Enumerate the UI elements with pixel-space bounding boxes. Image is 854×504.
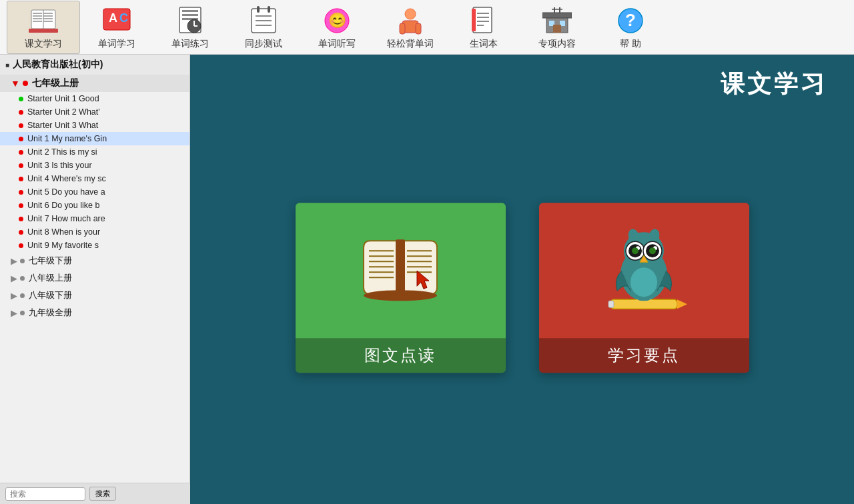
svg-rect-49 [396,239,405,295]
bangzhu-icon: ? [614,5,647,37]
svg-rect-43 [553,25,561,33]
content-title: 课文学习 [721,68,827,101]
card-tuwendiandu[interactable]: 图文点读 [296,203,506,373]
svg-rect-10 [29,29,58,33]
card-tuwendiandu-image [296,203,506,338]
shengciben-icon [468,5,500,37]
card-xuexiyaodian-image [539,203,749,338]
svg-rect-37 [477,21,489,22]
danci-lianxi-icon [174,5,206,37]
svg-rect-38 [477,25,484,26]
svg-rect-6 [43,15,53,17]
danci-lianxi-label: 单词练习 [171,38,209,50]
svg-rect-32 [416,23,421,34]
unit-9[interactable]: Unit 9 My favorite s [0,239,189,252]
svg-rect-34 [472,9,476,31]
svg-rect-40 [542,13,572,18]
svg-rect-8 [43,21,53,22]
danci-tingsie-icon: 😊 [321,5,353,37]
svg-rect-33 [473,7,492,33]
main-area: 人民教育出版社(初中) ▼ 七年级上册 Starter Unit 1 Good … [0,55,854,504]
bangzhu-label: 帮 助 [620,38,641,50]
toolbar-item-tongbu-ceshi[interactable]: 同步测试 [227,1,300,53]
svg-point-76 [632,247,638,254]
svg-rect-65 [608,301,614,307]
unit-6[interactable]: Unit 6 Do you like b [0,199,189,212]
toolbar-item-bangzhu[interactable]: ? 帮 助 [594,1,667,53]
sidebar-publisher: 人民教育出版社(初中) [0,55,189,75]
svg-point-29 [405,9,416,19]
content-area: 课文学习 [190,55,854,504]
svg-point-79 [630,267,657,297]
toolbar-item-kewenxuexi[interactable]: 课文学习 [7,1,80,54]
qingsong-bei-label: 轻松背单词 [387,38,434,50]
qingsong-bei-icon [394,5,426,37]
svg-rect-36 [477,17,489,18]
svg-text:C: C [119,11,128,25]
sidebar: 人民教育出版社(初中) ▼ 七年级上册 Starter Unit 1 Good … [0,55,190,504]
kewenxuexi-icon [27,5,59,37]
svg-rect-35 [477,13,489,14]
svg-rect-7 [43,18,53,19]
dancixuexi-label: 单词学习 [98,38,135,50]
cards-container: 图文点读 [296,203,749,373]
zhuanxiang-icon [541,5,573,37]
sidebar-grade-banianji-xia[interactable]: ▶ 八年级下册 [0,287,189,304]
tongbu-ceshi-icon [248,5,280,37]
danci-tingsie-label: 单词听写 [318,38,356,50]
svg-rect-26 [257,6,260,13]
search-button[interactable]: 搜索 [89,487,116,501]
svg-rect-5 [43,13,53,14]
unit-3[interactable]: Unit 3 Is this your [0,159,189,172]
svg-rect-4 [33,21,42,22]
svg-rect-63 [610,299,677,309]
unit-8[interactable]: Unit 8 When is your [0,225,189,239]
dancixuexi-icon: A C [101,5,133,37]
svg-text:?: ? [625,10,636,30]
unit-5[interactable]: Unit 5 Do you have a [0,185,189,199]
shengciben-label: 生词本 [470,38,498,50]
svg-rect-2 [33,15,42,17]
search-input[interactable] [5,487,85,501]
svg-rect-16 [182,14,198,16]
sidebar-grade-qinianji-xia[interactable]: ▶ 七年级下册 [0,252,189,269]
toolbar: 课文学习 A C 单词学习 单词练习 [0,0,854,55]
zhuanxiang-label: 专项内容 [538,38,576,50]
card-xuexiyaodian-label: 学习要点 [539,338,749,373]
sidebar-grade-jiunianji[interactable]: ▶ 九年级全册 [0,304,189,321]
svg-rect-1 [33,13,42,14]
toolbar-item-qingsong-bei[interactable]: 轻松背单词 [374,1,447,53]
kewenxuexi-label: 课文学习 [25,38,62,50]
sidebar-grade-banianji-shang[interactable]: ▶ 八年级上册 [0,269,189,287]
sidebar-grade-qinianji-shang[interactable]: ▼ 七年级上册 [0,75,189,92]
svg-point-61 [364,290,437,301]
toolbar-item-shengciben[interactable]: 生词本 [447,1,520,53]
unit-2[interactable]: Unit 2 This is my si [0,145,189,159]
svg-point-77 [649,247,656,254]
unit-starter3[interactable]: Starter Unit 3 What [0,119,189,132]
unit-1[interactable]: Unit 1 My name's Gin [0,132,189,145]
unit-starter1[interactable]: Starter Unit 1 Good [0,92,189,105]
toolbar-item-danci-tingsie[interactable]: 😊 单词听写 [300,1,374,53]
svg-text:A: A [109,11,117,25]
toolbar-item-zhuanxiang[interactable]: 专项内容 [520,1,594,53]
svg-rect-31 [400,23,405,34]
svg-text:😊: 😊 [328,11,347,29]
unit-7[interactable]: Unit 7 How much are [0,212,189,225]
card-tuwendiandu-label: 图文点读 [296,338,506,373]
svg-rect-3 [33,18,42,19]
svg-rect-15 [182,10,198,12]
card-xuexiyaodian[interactable]: 学习要点 [539,203,749,373]
tongbu-ceshi-label: 同步测试 [245,38,282,50]
toolbar-item-dancixuexi[interactable]: A C 单词学习 [80,1,153,53]
toolbar-item-danci-lianxi[interactable]: 单词练习 [153,1,227,53]
svg-marker-64 [677,299,687,309]
unit-4[interactable]: Unit 4 Where's my sc [0,172,189,185]
bottom-bar: 搜索 [0,483,190,504]
svg-rect-25 [268,6,270,13]
unit-starter2[interactable]: Starter Unit 2 What' [0,105,189,119]
